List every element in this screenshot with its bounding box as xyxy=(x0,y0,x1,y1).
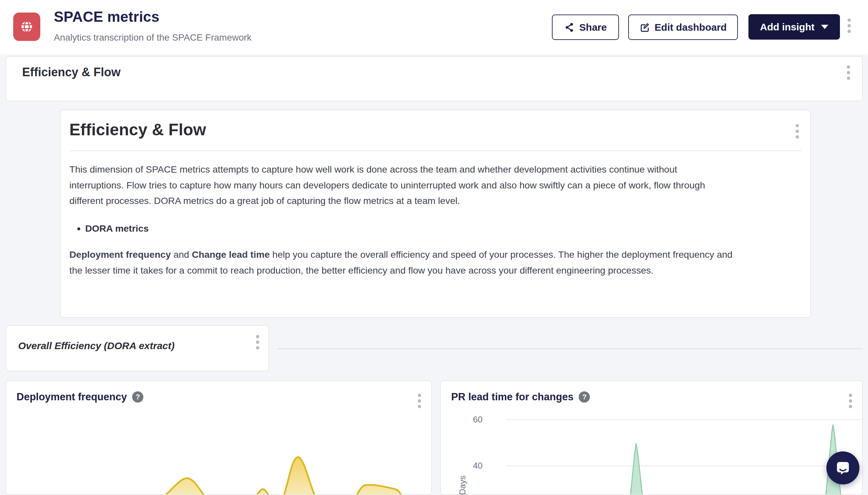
app-header: SPACE metrics Analytics transcription of… xyxy=(0,0,868,54)
pr-chart-more-menu[interactable] xyxy=(849,394,852,408)
text-card-heading: Efficiency & Flow xyxy=(69,120,802,139)
pr-chart-title: PR lead time for changes xyxy=(451,391,573,403)
help-icon[interactable]: ? xyxy=(579,391,590,403)
bullet-item-dora-metrics: DORA metrics xyxy=(85,221,802,237)
share-button-label: Share xyxy=(579,22,607,33)
y-axis-tick-60: 60 xyxy=(463,414,482,425)
section-header-card: Efficiency & Flow xyxy=(6,56,863,101)
pr-lead-time-card: PR lead time for changes ? 60 40 Days xyxy=(440,380,863,495)
overall-card-more-menu[interactable] xyxy=(256,335,259,349)
heading-divider xyxy=(69,151,802,151)
bold-deployment-frequency: Deployment frequency xyxy=(69,249,171,260)
edit-dashboard-button[interactable]: Edit dashboard xyxy=(628,15,738,40)
add-insight-button[interactable]: Add insight xyxy=(749,14,840,39)
edit-icon xyxy=(639,22,650,33)
chevron-down-icon xyxy=(821,25,829,29)
chat-launcher-button[interactable] xyxy=(826,451,859,484)
deployment-frequency-card: Deployment frequency ? xyxy=(6,380,432,495)
page-subtitle: Analytics transcription of the SPACE Fra… xyxy=(54,32,252,43)
text-card-paragraph-1: This dimension of SPACE metrics attempts… xyxy=(69,162,733,209)
share-button[interactable]: Share xyxy=(552,15,619,40)
page-title: SPACE metrics xyxy=(54,8,160,25)
overall-efficiency-title: Overall Efficiency (DORA extract) xyxy=(18,340,175,352)
text-card-bullet-list: DORA metrics xyxy=(85,221,802,237)
deployment-chart-more-menu[interactable] xyxy=(418,394,421,408)
y-axis-tick-40: 40 xyxy=(463,461,482,471)
section-divider-line xyxy=(277,348,863,349)
add-insight-label: Add insight xyxy=(760,21,815,33)
paragraph2-join: and xyxy=(171,249,192,260)
y-axis-label-days: Days xyxy=(457,476,468,495)
edit-dashboard-label: Edit dashboard xyxy=(655,22,727,33)
share-icon xyxy=(564,22,575,33)
dashboard-logo xyxy=(13,13,40,41)
chat-bubble-icon xyxy=(834,459,852,477)
help-icon[interactable]: ? xyxy=(132,391,143,403)
bold-change-lead-time: Change lead time xyxy=(192,249,270,260)
deployment-chart-title: Deployment frequency xyxy=(17,391,127,403)
text-card-more-menu[interactable] xyxy=(796,124,799,139)
section-title: Efficiency & Flow xyxy=(22,65,120,79)
text-card-paragraph-2: Deployment frequency and Change lead tim… xyxy=(69,247,733,278)
efficiency-text-card: Efficiency & Flow This dimension of SPAC… xyxy=(60,109,811,318)
globe-icon xyxy=(19,19,35,35)
overall-efficiency-card: Overall Efficiency (DORA extract) xyxy=(6,325,269,371)
header-more-menu[interactable] xyxy=(848,18,851,33)
section-more-menu[interactable] xyxy=(847,65,850,80)
